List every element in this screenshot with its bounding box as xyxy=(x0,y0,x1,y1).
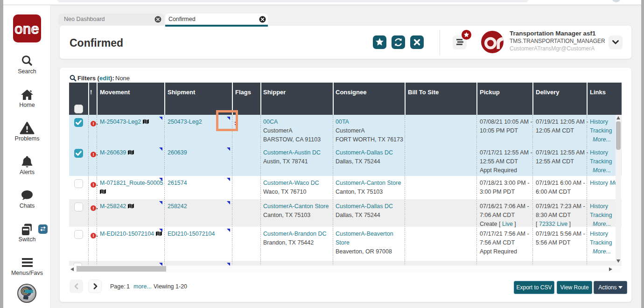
svg-text:one: one xyxy=(14,21,39,36)
